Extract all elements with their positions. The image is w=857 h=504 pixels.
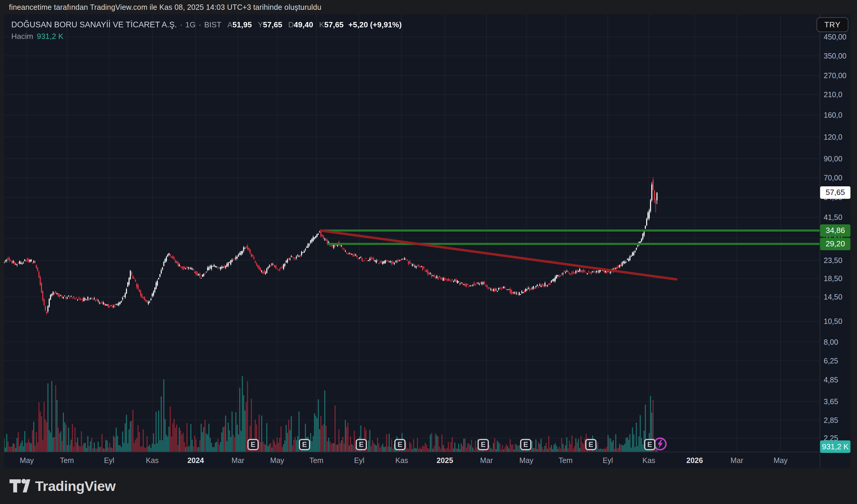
legend-row-main: DOĞUSAN BORU SANAYİİ VE TİCARET A.Ş. · 1… bbox=[11, 20, 402, 30]
volume-study-label: Hacim bbox=[11, 32, 33, 41]
price-tick-label: 270,00 bbox=[824, 71, 846, 80]
tradingview-logo[interactable]: TradingView bbox=[9, 477, 116, 495]
legend-separator: · bbox=[199, 20, 201, 30]
exchange-label: BIST bbox=[204, 20, 221, 30]
earnings-badge[interactable]: E bbox=[585, 439, 596, 450]
price-tick-label: 90,00 bbox=[824, 155, 842, 163]
volume-axis-label: 931,2 K bbox=[820, 440, 851, 453]
current-price-label: 57,65 bbox=[820, 186, 851, 199]
level-price-label-3486[interactable]: 34,86 bbox=[820, 224, 851, 237]
price-chart-canvas[interactable] bbox=[4, 14, 820, 452]
time-tick-label: Eyl bbox=[96, 456, 122, 465]
price-tick-label: 160,0 bbox=[824, 111, 842, 120]
price-tick-label: 350,00 bbox=[824, 52, 846, 60]
time-tick-label: 2025 bbox=[432, 456, 458, 465]
level-price-label-2920[interactable]: 29,20 bbox=[820, 238, 851, 250]
time-tick-label: Tem bbox=[552, 456, 579, 465]
time-tick-label: Mar bbox=[473, 456, 500, 465]
price-tick-label: 2,85 bbox=[824, 416, 838, 425]
legend-separator: · bbox=[180, 20, 183, 30]
price-tick-label: 70,00 bbox=[824, 174, 842, 182]
tradingview-wordmark: TradingView bbox=[35, 478, 116, 494]
time-tick-label: Tem bbox=[53, 456, 80, 465]
time-tick-label: May bbox=[767, 456, 794, 465]
price-tick-label: 18,50 bbox=[824, 274, 842, 283]
interval-label: 1G bbox=[185, 20, 196, 30]
price-tick-label: 210,0 bbox=[824, 90, 842, 99]
footer-bar: TradingView bbox=[0, 468, 857, 504]
price-tick-label: 6,25 bbox=[824, 357, 838, 365]
earnings-badge[interactable]: E bbox=[394, 439, 406, 450]
earnings-badge[interactable]: E bbox=[247, 439, 259, 450]
time-tick-label: Kas bbox=[636, 456, 662, 465]
time-tick-label: Kas bbox=[388, 456, 415, 465]
time-tick-label: Mar bbox=[224, 456, 251, 465]
upcoming-earnings-marker[interactable] bbox=[654, 437, 667, 451]
price-tick-label: 41,50 bbox=[824, 213, 842, 222]
low-value: D49,40 bbox=[288, 20, 313, 30]
price-tick-label: 3,65 bbox=[824, 397, 838, 406]
time-tick-label: Mar bbox=[723, 456, 750, 465]
symbol-legend: DOĞUSAN BORU SANAYİİ VE TİCARET A.Ş. · 1… bbox=[11, 20, 402, 41]
price-change: +5,20 (+9,91%) bbox=[349, 20, 402, 30]
chart-widget: DOĞUSAN BORU SANAYİİ VE TİCARET A.Ş. · 1… bbox=[4, 14, 851, 468]
time-tick-label: Kas bbox=[139, 456, 166, 465]
time-tick-label: May bbox=[13, 456, 40, 465]
time-tick-label: 2024 bbox=[182, 456, 209, 465]
time-tick-label: Eyl bbox=[346, 456, 373, 465]
price-tick-label: 10,50 bbox=[824, 317, 842, 326]
symbol-title: DOĞUSAN BORU SANAYİİ VE TİCARET A.Ş. bbox=[11, 20, 177, 30]
earnings-badge[interactable]: E bbox=[299, 439, 310, 450]
lightning-icon bbox=[656, 439, 664, 448]
earnings-badge[interactable]: E bbox=[520, 439, 532, 450]
time-tick-label: May bbox=[264, 456, 290, 465]
attribution-bar: fineancetime tarafından TradingView.com … bbox=[0, 0, 857, 14]
currency-button[interactable]: TRY bbox=[817, 17, 848, 32]
close-value: K57,65 bbox=[319, 20, 343, 30]
open-value: A51,95 bbox=[227, 20, 252, 30]
price-tick-label: 23,50 bbox=[824, 256, 842, 265]
price-tick-label: 4,85 bbox=[824, 376, 838, 384]
tradingview-logo-icon bbox=[9, 477, 31, 495]
legend-row-volume: Hacim 931,2 K bbox=[11, 32, 402, 41]
time-tick-label: 2026 bbox=[681, 456, 708, 465]
time-tick-label: Eyl bbox=[594, 456, 621, 465]
attribution-text: fineancetime tarafından TradingView.com … bbox=[9, 3, 321, 12]
earnings-badge[interactable]: E bbox=[477, 439, 489, 450]
price-tick-label: 14,50 bbox=[824, 293, 842, 301]
high-value: Y57,65 bbox=[258, 20, 282, 30]
price-tick-label: 450,00 bbox=[824, 33, 846, 41]
price-tick-label: 120,0 bbox=[824, 133, 842, 141]
volume-study-value: 931,2 K bbox=[37, 32, 64, 41]
price-tick-label: 8,00 bbox=[824, 338, 838, 347]
time-tick-label: Tem bbox=[303, 456, 330, 465]
earnings-badge[interactable]: E bbox=[644, 439, 655, 450]
time-tick-label: May bbox=[513, 456, 540, 465]
earnings-badge[interactable]: E bbox=[356, 439, 367, 450]
